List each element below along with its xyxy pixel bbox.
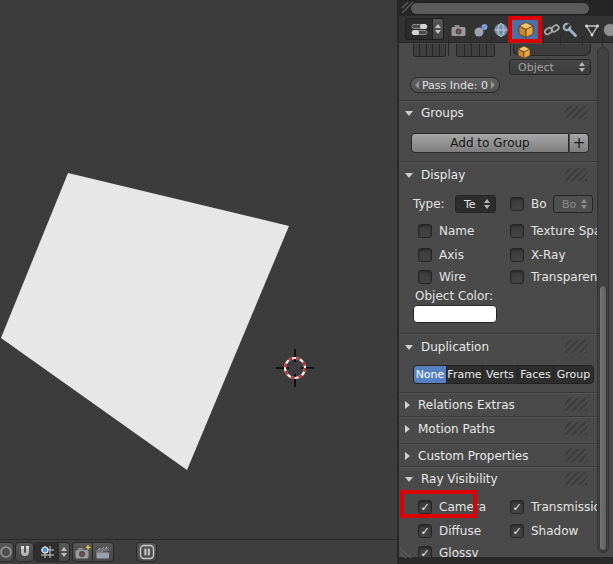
add-to-group-button[interactable]: Add to Group	[411, 133, 569, 153]
duplication-option-faces[interactable]: Faces	[518, 366, 553, 383]
chain-link-icon	[543, 21, 561, 39]
transmission-ray-checkbox-row: Transmissio	[510, 499, 601, 515]
panel-title: Duplication	[421, 340, 489, 354]
panel-drag-handle[interactable]	[565, 340, 587, 353]
duplication-option-verts[interactable]: Verts	[483, 366, 517, 383]
duplication-option-group[interactable]: Group	[554, 366, 593, 383]
panel-header-custom-properties[interactable]: Custom Properties	[405, 447, 603, 465]
panel-title: Custom Properties	[418, 449, 528, 463]
snap-element-arrows-button[interactable]	[59, 542, 70, 562]
sphere-button[interactable]	[0, 542, 14, 562]
plane-object	[1, 173, 289, 470]
display-type-value: Te	[464, 198, 476, 211]
name-checkbox-row: Name	[418, 223, 474, 239]
texture-space-checkbox-row: Texture Spac	[510, 223, 608, 239]
resize-corner-icon[interactable]	[399, 546, 413, 559]
triangle-down-icon	[405, 345, 413, 350]
axis-checkbox[interactable]	[418, 248, 432, 262]
panel-header-motion-paths[interactable]: Motion Paths	[405, 420, 603, 438]
panel-header-display[interactable]: Display	[405, 166, 603, 184]
panel-scrollbar[interactable]	[597, 47, 609, 553]
tab-constraints[interactable]	[542, 20, 562, 40]
checkbox-label: Shadow	[531, 524, 578, 538]
tab-modifiers[interactable]	[560, 20, 580, 40]
object-color-swatch[interactable]	[413, 305, 497, 323]
object-dropdown[interactable]: Object	[509, 59, 591, 75]
wire-checkbox-row: Wire	[418, 269, 466, 285]
panel-border[interactable]	[397, 0, 399, 564]
triangle-right-icon	[405, 452, 410, 460]
highlight-box-object-tab	[508, 16, 542, 43]
material-sphere-icon	[602, 21, 613, 39]
panel-title: Groups	[421, 106, 464, 120]
chevron-up-down-icon	[484, 199, 490, 209]
3d-viewport[interactable]	[0, 0, 397, 539]
panel-header-ray-visibility[interactable]: Ray Visibility	[405, 470, 603, 488]
pass-index-field[interactable]: Pass Inde: 0	[410, 77, 500, 93]
tab-object-data[interactable]	[582, 20, 602, 40]
name-checkbox[interactable]	[418, 224, 432, 238]
duplication-segmented-control: None Frame Verts Faces Group	[413, 365, 594, 384]
wire-checkbox[interactable]	[418, 270, 432, 284]
transmission-ray-checkbox[interactable]	[510, 500, 524, 514]
checkbox-label: Wire	[439, 270, 466, 284]
panel-drag-handle[interactable]	[565, 398, 587, 411]
duplication-option-none[interactable]: None	[414, 366, 446, 383]
tab-scene[interactable]	[471, 20, 491, 40]
diffuse-ray-checkbox-row: Diffuse	[418, 523, 481, 539]
transparency-checkbox[interactable]	[510, 270, 524, 284]
blender-window: Object Pass Inde: 0 Groups Add to Group …	[0, 0, 613, 564]
chevron-up-down-icon	[579, 62, 585, 72]
panel-drag-handle[interactable]	[565, 472, 587, 485]
triangle-down-icon	[405, 111, 413, 116]
diffuse-ray-checkbox[interactable]	[418, 524, 432, 538]
panel-header-duplication[interactable]: Duplication	[405, 338, 603, 356]
pass-index-label: Pass Inde: 0	[422, 79, 488, 92]
render-camera-icon	[74, 544, 92, 561]
layers-grid-left[interactable]	[413, 44, 446, 57]
panel-drag-handle[interactable]	[565, 168, 587, 181]
pause-button[interactable]	[136, 542, 157, 562]
bounds-checkbox-row: Bo	[510, 196, 547, 212]
tab-material[interactable]	[602, 20, 613, 40]
snap-toggle-button[interactable]	[15, 542, 34, 562]
panel-drag-handle[interactable]	[565, 106, 587, 119]
editor-type-selector[interactable]	[405, 18, 433, 40]
sphere-icon	[0, 544, 12, 560]
transparency-checkbox-row: Transparenc	[510, 269, 604, 285]
duplication-option-frame[interactable]: Frame	[447, 366, 482, 383]
panel-header-groups[interactable]: Groups	[405, 104, 603, 122]
triangle-right-icon	[405, 401, 410, 409]
object-color-label: Object Color:	[415, 289, 493, 303]
xray-checkbox-row: X-Ray	[510, 247, 565, 263]
panel-drag-handle[interactable]	[565, 422, 587, 435]
panel-bottom-strip	[399, 557, 613, 564]
scrolled-widget-pill[interactable]	[410, 2, 590, 15]
tab-render[interactable]	[449, 20, 469, 40]
highlight-box-camera-checkbox	[400, 490, 477, 518]
new-group-button[interactable]: +	[570, 133, 589, 153]
layers-grid-right[interactable]	[456, 44, 495, 57]
editor-type-arrows[interactable]	[433, 18, 444, 40]
snap-element-button[interactable]	[34, 542, 59, 562]
shadow-ray-checkbox-row: Shadow	[510, 523, 578, 539]
clapperboard-icon	[94, 544, 112, 561]
render-animation-button[interactable]	[93, 542, 114, 562]
breadcrumb-cube-icon	[516, 45, 532, 59]
shadow-ray-checkbox[interactable]	[510, 524, 524, 538]
increment-arrow-icon[interactable]	[491, 81, 495, 89]
decrement-arrow-icon[interactable]	[415, 81, 419, 89]
panel-scrollbar-thumb[interactable]	[599, 285, 607, 551]
bounds-checkbox[interactable]	[510, 197, 524, 211]
panel-drag-handle[interactable]	[565, 449, 587, 462]
checkbox-label: Transparenc	[531, 270, 604, 284]
magnet-icon	[17, 544, 33, 560]
render-still-button[interactable]	[72, 542, 93, 562]
xray-checkbox[interactable]	[510, 248, 524, 262]
texture-space-checkbox[interactable]	[510, 224, 524, 238]
pause-icon	[139, 544, 155, 560]
panel-header-relations-extras[interactable]: Relations Extras	[405, 396, 603, 414]
checkbox-label: Name	[439, 224, 474, 238]
display-type-dropdown[interactable]: Te	[455, 195, 496, 213]
bounds-type-dropdown[interactable]: Bo	[553, 195, 593, 213]
